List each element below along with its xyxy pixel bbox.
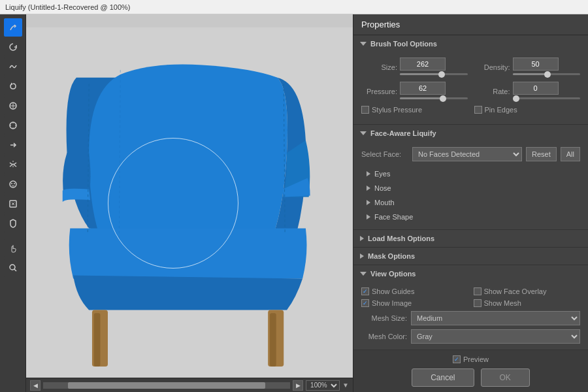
show-mesh-label[interactable]: Show Mesh	[474, 299, 521, 307]
rate-label: Rate:	[474, 88, 510, 95]
main-layout: ◀ ▶ 25% 50% 100% 200% 400% ▼ Properties	[0, 14, 588, 392]
show-face-overlay-text: Show Face Overlay	[484, 287, 547, 295]
pressure-slider[interactable]	[400, 97, 468, 99]
pin-edges-checkbox[interactable]	[474, 106, 482, 114]
bloat-tool[interactable]	[4, 116, 22, 135]
canvas-image	[26, 14, 353, 392]
face-shape-label: Face Shape	[374, 213, 413, 221]
zoom-dropdown[interactable]: 25% 50% 100% 200% 400%	[306, 380, 340, 391]
show-guides-label[interactable]: Show Guides	[361, 287, 414, 295]
mesh-color-dropdown[interactable]: Gray Black White Red Green Blue	[411, 329, 580, 344]
brush-tool-title: Brush Tool Options	[370, 40, 437, 48]
eyes-item[interactable]: Eyes	[361, 167, 580, 181]
face-aware-header[interactable]: Face-Aware Liquify	[353, 125, 588, 142]
svg-point-13	[14, 183, 15, 184]
panel-footer: Preview Cancel OK	[353, 350, 588, 392]
pressure-rate-row: Pressure: Rate:	[361, 82, 580, 101]
mask-options-section: Mask Options	[353, 248, 588, 265]
ok-button[interactable]: OK	[481, 368, 530, 387]
face-tool[interactable]	[4, 175, 22, 193]
size-input[interactable]	[400, 57, 446, 71]
density-slider[interactable]	[513, 73, 581, 75]
show-face-overlay-checkbox[interactable]	[474, 287, 482, 295]
canvas-content[interactable]	[26, 14, 353, 392]
view-options-header[interactable]: View Options	[353, 265, 588, 282]
brush-tool-header[interactable]: Brush Tool Options	[353, 35, 588, 52]
show-guides-checkbox[interactable]	[361, 287, 369, 295]
reset-button[interactable]: Reset	[526, 147, 557, 161]
rate-slider[interactable]	[513, 97, 581, 99]
size-slider[interactable]	[400, 73, 468, 75]
density-group: Density:	[474, 57, 581, 76]
nose-item[interactable]: Nose	[361, 181, 580, 195]
reconstruct-tool[interactable]	[4, 38, 22, 56]
rate-group: Rate:	[474, 82, 581, 101]
face-aware-expand-icon	[360, 131, 367, 135]
preview-label[interactable]: Preview	[453, 355, 489, 363]
mouth-item[interactable]: Mouth	[361, 195, 580, 210]
show-mesh-checkbox[interactable]	[474, 299, 482, 307]
scroll-left-arrow[interactable]: ◀	[30, 380, 41, 391]
select-face-label: Select Face:	[361, 150, 408, 158]
preview-checkbox[interactable]	[453, 355, 461, 363]
svg-point-16	[10, 265, 15, 270]
show-face-overlay-col: Show Face Overlay	[474, 287, 581, 295]
load-mesh-header[interactable]: Load Mesh Options	[353, 230, 588, 247]
density-input[interactable]	[513, 57, 559, 71]
stylus-pressure-label[interactable]: Stylus Pressure	[361, 106, 422, 114]
size-density-row: Size: Density:	[361, 57, 580, 76]
pin-edges-label[interactable]: Pin Edges	[474, 106, 517, 114]
mirror-tool[interactable]	[4, 155, 22, 174]
show-face-overlay-label[interactable]: Show Face Overlay	[474, 287, 547, 295]
rate-input-group	[513, 82, 581, 101]
face-aware-title: Face-Aware Liquify	[370, 129, 436, 137]
mask-options-header[interactable]: Mask Options	[353, 248, 588, 265]
panel-scroll-area[interactable]: Brush Tool Options Size:	[353, 35, 588, 350]
pressure-input[interactable]	[400, 82, 446, 95]
select-face-row: Select Face: No Faces Detected Reset All	[361, 147, 580, 161]
view-options-title: View Options	[370, 270, 416, 278]
show-image-label[interactable]: Show Image	[361, 299, 412, 307]
pin-edges-text: Pin Edges	[485, 106, 517, 114]
freeze-mask-tool[interactable]	[4, 195, 22, 213]
brush-tool-content: Size: Density:	[353, 52, 588, 124]
view-options-section: View Options Show Guides	[353, 265, 588, 350]
preview-text: Preview	[463, 355, 489, 363]
zoom-tool[interactable]	[4, 259, 22, 277]
show-mesh-text: Show Mesh	[484, 299, 521, 307]
view-options-expand-icon	[360, 272, 367, 276]
face-aware-content: Select Face: No Faces Detected Reset All…	[353, 142, 588, 229]
hand-tool[interactable]	[4, 239, 22, 257]
forward-warp-tool[interactable]	[4, 18, 22, 37]
mask-options-expand-icon	[360, 253, 364, 259]
select-face-dropdown[interactable]: No Faces Detected	[412, 147, 522, 161]
cancel-button[interactable]: Cancel	[412, 368, 474, 387]
panel-title: Properties	[361, 20, 400, 29]
show-image-checkbox[interactable]	[361, 299, 369, 307]
pressure-group: Pressure:	[361, 82, 468, 101]
image-mesh-row: Show Image Show Mesh	[361, 299, 580, 307]
stylus-pressure-text: Stylus Pressure	[372, 106, 422, 114]
canvas-area[interactable]: ◀ ▶ 25% 50% 100% 200% 400% ▼	[26, 14, 353, 392]
show-image-text: Show Image	[372, 299, 412, 307]
smooth-tool[interactable]	[4, 57, 22, 76]
push-left-tool[interactable]	[4, 136, 22, 154]
all-button[interactable]: All	[561, 147, 580, 161]
horizontal-scrollbar[interactable]	[43, 382, 290, 389]
face-shape-item[interactable]: Face Shape	[361, 210, 580, 224]
eyes-label: Eyes	[374, 170, 390, 178]
twirl-cw-tool[interactable]	[4, 77, 22, 95]
stylus-pressure-checkbox[interactable]	[361, 106, 369, 114]
size-input-group	[400, 57, 468, 76]
rate-input[interactable]	[513, 82, 559, 95]
mesh-size-dropdown[interactable]: Small Medium Large	[411, 311, 580, 325]
pucker-tool[interactable]	[4, 97, 22, 115]
mesh-color-label: Mesh Color:	[361, 333, 407, 340]
density-label: Density:	[474, 63, 510, 71]
mesh-size-label: Mesh Size:	[361, 314, 407, 322]
guides-overlay-row: Show Guides Show Face Overlay	[361, 287, 580, 295]
scroll-right-arrow[interactable]: ▶	[293, 380, 303, 391]
right-panel: Properties Brush Tool Options Size:	[353, 14, 588, 392]
pin-edges-group: Pin Edges	[474, 106, 581, 114]
thaw-mask-tool[interactable]	[4, 214, 22, 233]
